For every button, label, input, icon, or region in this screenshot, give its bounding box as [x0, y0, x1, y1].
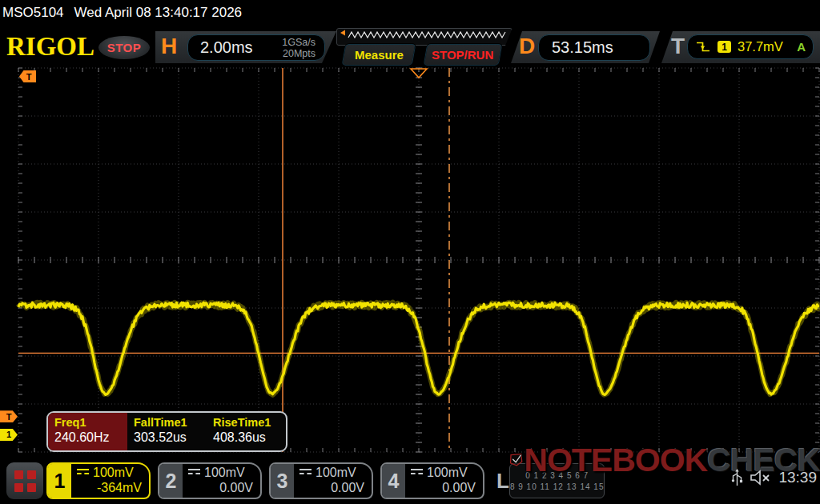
measurement-item[interactable]: RiseTime1408.36us: [207, 413, 286, 450]
measurement-value: 303.52us: [134, 430, 207, 445]
usb-icon: [731, 469, 743, 486]
measurement-value: 408.36us: [213, 430, 286, 445]
measurement-label: Freq1: [54, 416, 127, 429]
speaker-muted-icon[interactable]: [750, 470, 772, 486]
system-tray: 13:39: [731, 469, 817, 486]
measurement-item[interactable]: FallTime1303.52us: [127, 413, 207, 450]
clock-label: 13:39: [778, 469, 817, 486]
measurement-value: 240.60Hz: [54, 430, 127, 445]
measurement-label: RiseTime1: [213, 416, 286, 429]
oscilloscope-screen: MSO5104 Wed April 08 13:40:17 2026 RIGOL…: [0, 0, 820, 504]
measurement-item[interactable]: Freq1240.60Hz: [48, 413, 127, 450]
measurement-label: FallTime1: [134, 416, 207, 429]
measurement-results-box[interactable]: Freq1240.60HzFallTime1303.52usRiseTime14…: [46, 411, 287, 452]
